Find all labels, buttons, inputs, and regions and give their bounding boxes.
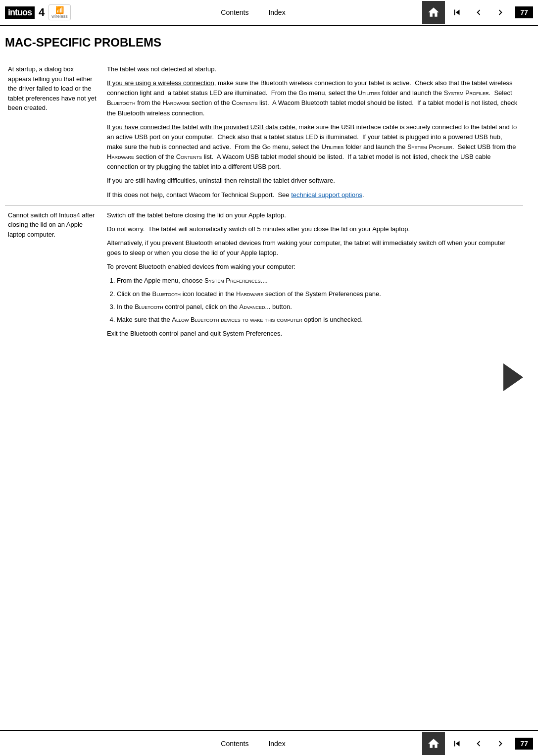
wireless-label: wireless xyxy=(51,14,68,19)
footer-first-button[interactable] xyxy=(447,734,467,754)
wireless-badge: 📶 wireless xyxy=(49,4,71,20)
home-button[interactable] xyxy=(422,1,445,24)
solution-difficulty: If you are still having difficulties, un… xyxy=(107,176,518,186)
footer-next-button[interactable] xyxy=(490,734,510,754)
next-page-button[interactable] xyxy=(490,2,510,22)
header-nav: Contents Index xyxy=(84,8,422,16)
footer-prev-button[interactable] xyxy=(469,734,489,754)
problems-table: At startup, a dialog box appears telling… xyxy=(5,59,523,344)
solution-wireless: If you are using a wireless connection, … xyxy=(107,78,518,118)
solution-cell-2: Switch off the tablet before closing the… xyxy=(104,205,523,344)
footer-nav: Contents Index xyxy=(84,740,422,748)
page-title: MAC-SPECIFIC PROBLEMS xyxy=(5,36,523,51)
prevent-bt-intro: To prevent Bluetooth enabled devices fro… xyxy=(107,262,518,272)
step-3: In the Bluetooth control panel, click on… xyxy=(117,302,518,312)
footer-page-number: 77 xyxy=(515,738,533,750)
step-1: From the Apple menu, choose System Prefe… xyxy=(117,276,518,286)
wireless-link: If you are using a wireless connection xyxy=(107,79,214,87)
prevent-bt-steps: From the Apple menu, choose System Prefe… xyxy=(117,276,518,325)
next-arrow-container xyxy=(0,353,538,396)
problem-cell-1: At startup, a dialog box appears telling… xyxy=(5,59,104,205)
table-row: Cannot switch off Intuos4 after closing … xyxy=(5,205,523,344)
prev-page-button[interactable] xyxy=(469,2,489,22)
logo-area: intuos4 📶 wireless xyxy=(5,4,84,20)
solution-text: The tablet was not detected at startup. xyxy=(107,64,518,74)
solution-support: If this does not help, contact Wacom for… xyxy=(107,190,518,200)
logo-number: 4 xyxy=(39,6,45,19)
step-4: Make sure that the Allow Bluetooth devic… xyxy=(117,315,518,325)
footer-nav-icons: 77 xyxy=(422,732,533,755)
next-arrow-button[interactable] xyxy=(503,363,523,391)
top-header: intuos4 📶 wireless Contents Index xyxy=(0,0,538,26)
support-link[interactable]: technical support options xyxy=(291,191,362,199)
bluetooth-alt: Alternatively, if you prevent Bluetooth … xyxy=(107,238,518,258)
footer-index-link[interactable]: Index xyxy=(268,740,285,748)
bottom-footer: Contents Index 77 xyxy=(0,730,538,756)
table-row: At startup, a dialog box appears telling… xyxy=(5,59,523,205)
header-contents-link[interactable]: Contents xyxy=(221,8,248,16)
nav-icons: 77 xyxy=(422,1,533,24)
footer-home-button[interactable] xyxy=(422,732,445,755)
main-content: MAC-SPECIFIC PROBLEMS At startup, a dial… xyxy=(0,26,538,353)
wireless-icon: 📶 xyxy=(55,6,64,14)
usb-link: If you have connected the tablet with th… xyxy=(107,123,295,131)
intuos-logo: intuos xyxy=(5,6,35,19)
switch-off-tip: Switch off the tablet before closing the… xyxy=(107,210,518,220)
exit-bt: Exit the Bluetooth control panel and qui… xyxy=(107,329,518,339)
page-number-top: 77 xyxy=(515,6,533,18)
first-page-button[interactable] xyxy=(447,2,467,22)
solution-cell-1: The tablet was not detected at startup. … xyxy=(104,59,523,205)
solution-usb: If you have connected the tablet with th… xyxy=(107,122,518,172)
footer-contents-link[interactable]: Contents xyxy=(221,740,248,748)
problem-cell-2: Cannot switch off Intuos4 after closing … xyxy=(5,205,104,344)
step-2: Click on the Bluetooth icon located in t… xyxy=(117,289,518,299)
header-index-link[interactable]: Index xyxy=(268,8,285,16)
auto-switch-note: Do not worry. The tablet will automatica… xyxy=(107,224,518,234)
